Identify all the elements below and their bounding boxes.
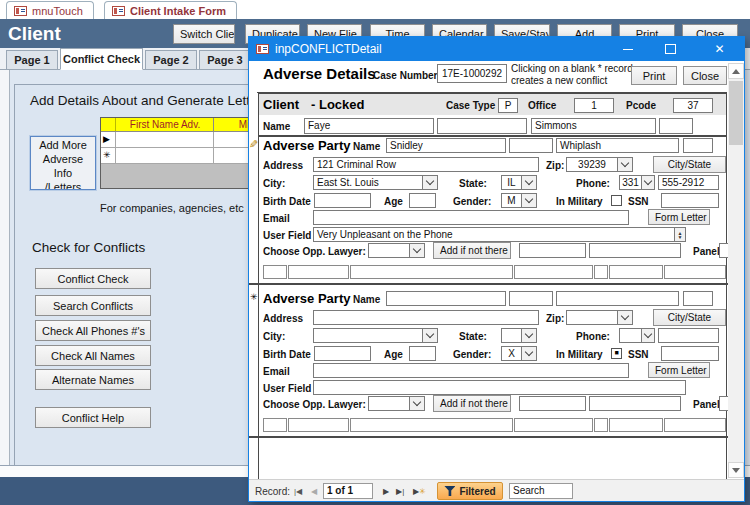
party-last-name-field[interactable] — [556, 291, 679, 306]
subform-cell[interactable] — [288, 418, 349, 432]
check-all-phones-button[interactable]: Check All Phones #'s — [35, 320, 151, 341]
email-field[interactable] — [313, 210, 629, 225]
party-middle-name-field[interactable] — [509, 138, 553, 153]
party-suffix-field[interactable] — [683, 138, 713, 153]
lawyer-extra2-field[interactable] — [589, 396, 681, 411]
subform-cell[interactable] — [263, 418, 287, 432]
dialog-titlebar[interactable]: inpCONFLICTDetail ✕ — [249, 37, 744, 61]
in-military-checkbox[interactable]: ■ — [611, 348, 622, 359]
form-letter-button[interactable]: Form Letter — [648, 209, 710, 225]
party-suffix-field[interactable] — [683, 291, 713, 306]
gender-field[interactable]: M — [501, 193, 522, 208]
tab-conflict-check[interactable]: Conflict Check — [60, 48, 143, 70]
party-first-name-field[interactable]: Snidley — [386, 138, 506, 153]
form-letter-button[interactable]: Form Letter — [648, 362, 710, 378]
party-last-name-field[interactable]: Whiplash — [556, 138, 679, 153]
pcode-field[interactable]: 37 — [673, 98, 713, 113]
subform-cell[interactable] — [514, 418, 593, 432]
next-record-button[interactable]: ▶ — [383, 487, 389, 496]
area-code-dropdown-button[interactable] — [641, 328, 655, 343]
subform-cell[interactable] — [664, 265, 726, 279]
area-code-field[interactable] — [619, 328, 642, 343]
dialog-print-button[interactable]: Print — [631, 66, 677, 85]
lawyer-extra1-field[interactable] — [519, 243, 586, 258]
phone-field[interactable]: 555-2912 — [658, 175, 719, 190]
case-type-field[interactable]: P — [498, 98, 518, 113]
dialog-close-button[interactable]: Close — [683, 66, 727, 85]
tab-page-1[interactable]: Page 1 — [6, 50, 58, 70]
subform-cell[interactable] — [350, 418, 513, 432]
zip-dropdown-button[interactable] — [617, 157, 633, 172]
subform-cell[interactable] — [609, 418, 663, 432]
subform-cell[interactable] — [350, 265, 513, 279]
gender-field[interactable]: X — [501, 346, 522, 361]
city-state-button[interactable]: City/State — [653, 309, 726, 326]
area-code-dropdown-button[interactable] — [641, 175, 655, 190]
add-more-adverse-button[interactable]: Add More Adverse Info /Letters — [30, 136, 96, 190]
city-dropdown-button[interactable] — [422, 175, 438, 190]
subform-cell[interactable] — [594, 265, 608, 279]
party-first-name-field[interactable] — [386, 291, 506, 306]
opp-lawyer-dropdown-button[interactable] — [409, 396, 425, 411]
add-if-not-there-button[interactable]: Add if not there — [433, 242, 511, 259]
first-record-button[interactable]: |◀ — [294, 487, 302, 496]
opp-lawyer-field[interactable] — [368, 396, 410, 411]
client-middle-name-field[interactable] — [437, 118, 527, 134]
birth-date-field[interactable] — [314, 193, 371, 208]
switch-client-button[interactable]: Switch Client — [173, 24, 235, 44]
add-if-not-there-button[interactable]: Add if not there — [433, 395, 511, 412]
user-field[interactable] — [313, 380, 686, 395]
subform-cell[interactable] — [594, 418, 608, 432]
grid-column-first-name[interactable]: First Name Adv. — [115, 118, 214, 131]
maximize-button[interactable] — [651, 37, 689, 61]
alternate-names-button[interactable]: Alternate Names — [35, 369, 151, 390]
search-conflicts-button[interactable]: Search Conflicts — [35, 295, 151, 316]
phone-field[interactable] — [658, 328, 719, 343]
subform-cell[interactable] — [664, 418, 726, 432]
opp-lawyer-field[interactable] — [368, 243, 410, 258]
zip-field[interactable]: 39239 — [566, 157, 618, 172]
email-field[interactable] — [313, 363, 629, 378]
birth-date-field[interactable] — [314, 346, 371, 361]
scrollbar-up-button[interactable] — [728, 63, 744, 79]
area-code-field[interactable]: 331 — [619, 175, 642, 190]
tab-page-2[interactable]: Page 2 — [145, 50, 197, 70]
doc-tab-mnutouch[interactable]: mnuTouch — [6, 1, 94, 19]
filtered-button[interactable]: Filtered — [437, 482, 503, 500]
new-record-button[interactable]: ▶✳ — [413, 487, 426, 496]
ssn-field[interactable] — [661, 346, 719, 361]
scrollbar-thumb[interactable] — [729, 81, 743, 145]
city-field[interactable]: East St. Louis — [313, 175, 423, 190]
in-military-checkbox[interactable] — [611, 195, 622, 206]
party-middle-name-field[interactable] — [509, 291, 553, 306]
client-suffix-field[interactable] — [659, 118, 693, 134]
zip-field[interactable] — [566, 310, 618, 325]
address-field[interactable]: 121 Criminal Row — [313, 157, 539, 172]
case-number-field[interactable]: 17E-1000292 — [437, 64, 507, 83]
subform-cell[interactable] — [609, 265, 663, 279]
last-record-button[interactable]: ▶| — [396, 487, 404, 496]
age-field[interactable] — [409, 193, 436, 208]
age-field[interactable] — [409, 346, 436, 361]
state-field[interactable]: IL — [501, 175, 522, 190]
city-state-button[interactable]: City/State — [653, 156, 726, 173]
state-dropdown-button[interactable] — [521, 328, 537, 343]
tab-page-3[interactable]: Page 3 — [199, 50, 251, 70]
gender-dropdown-button[interactable] — [521, 346, 537, 361]
client-last-name-field[interactable]: Simmons — [531, 118, 656, 134]
lawyer-extra2-field[interactable] — [589, 243, 681, 258]
subform-cell[interactable] — [263, 265, 287, 279]
address-field[interactable] — [313, 310, 539, 325]
scrollbar-down-button[interactable] — [728, 462, 744, 478]
subform-cell[interactable] — [514, 265, 593, 279]
gender-dropdown-button[interactable] — [521, 193, 537, 208]
conflict-help-button[interactable]: Conflict Help — [35, 407, 151, 428]
state-dropdown-button[interactable] — [521, 175, 537, 190]
search-input[interactable]: Search — [509, 483, 573, 499]
office-field[interactable]: 1 — [574, 98, 614, 113]
opp-lawyer-dropdown-button[interactable] — [409, 243, 425, 258]
lawyer-extra1-field[interactable] — [519, 396, 586, 411]
conflict-check-button[interactable]: Conflict Check — [35, 268, 151, 289]
city-dropdown-button[interactable] — [422, 328, 438, 343]
subform-cell[interactable] — [288, 265, 349, 279]
